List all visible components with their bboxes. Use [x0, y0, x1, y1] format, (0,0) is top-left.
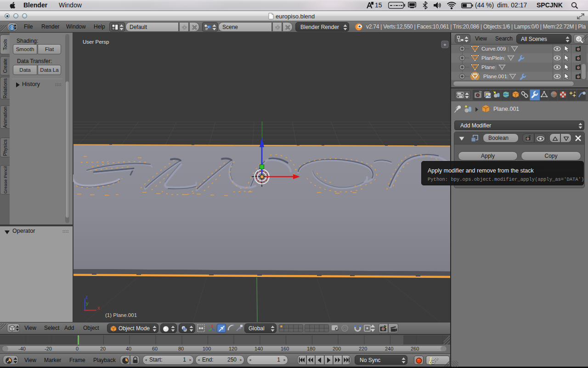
- svg-text:|: |: [504, 55, 505, 61]
- svg-text:i: i: [11, 25, 13, 30]
- svg-text:x: x: [97, 305, 100, 310]
- svg-text:|: |: [508, 46, 509, 52]
- svg-text:(1) Plane.001: (1) Plane.001: [105, 312, 137, 318]
- svg-text:z: z: [85, 294, 88, 299]
- svg-text:|: |: [507, 74, 509, 79]
- svg-text:Curve.009: Curve.009: [481, 46, 506, 52]
- svg-text:y: y: [86, 300, 89, 306]
- svg-text:+: +: [443, 42, 446, 47]
- svg-text:User Persp: User Persp: [83, 39, 109, 45]
- svg-text:Plane: Plane: [481, 64, 495, 70]
- svg-text:Plane.001: Plane.001: [483, 74, 507, 79]
- svg-text:PlanPlein: PlanPlein: [481, 55, 504, 61]
- svg-text:|: |: [495, 64, 497, 70]
